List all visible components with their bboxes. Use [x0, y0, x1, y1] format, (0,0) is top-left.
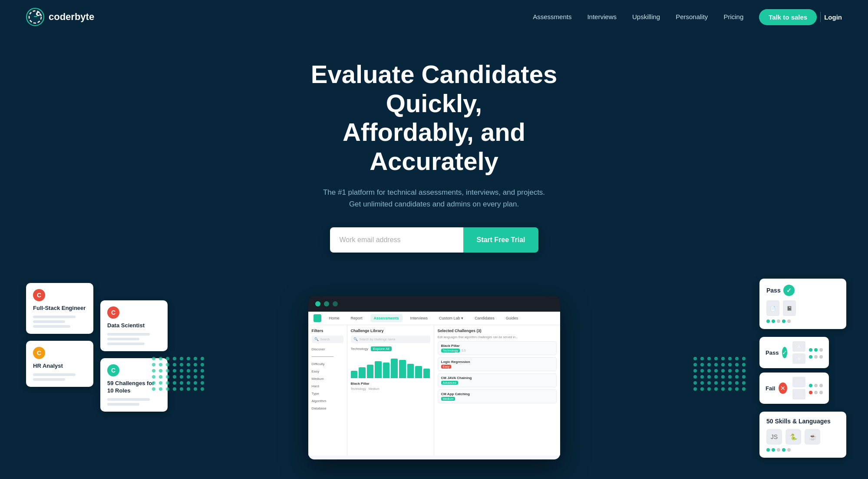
skill-icon-py: 🐍: [785, 429, 801, 445]
mockup-nav-home: Home: [326, 314, 343, 322]
dot: [201, 357, 204, 360]
library-explore-btn[interactable]: Explore All: [371, 346, 392, 351]
dot: [194, 381, 197, 385]
dot: [152, 375, 155, 379]
bar-4: [375, 361, 382, 378]
nav-item-interviews[interactable]: Interviews: [587, 13, 617, 21]
dot: [173, 375, 176, 379]
talk-to-sales-button[interactable]: Talk to sales: [759, 9, 817, 25]
card-line: [107, 398, 150, 401]
email-input[interactable]: [330, 227, 464, 253]
fail-file-2: [792, 389, 805, 399]
dot: [714, 387, 718, 391]
card-data-scientist: C Data Scientist: [100, 300, 168, 351]
login-button[interactable]: Login: [824, 13, 842, 21]
pf-dots-2: [809, 355, 823, 359]
lib-tag-tech: Technology: [351, 387, 366, 390]
dot: [166, 369, 169, 373]
dot: [194, 363, 197, 366]
dot: [707, 357, 711, 360]
filter-item-type: Type: [312, 391, 343, 396]
mockup-selected-col: Selected Challenges (3) Edit languages t…: [434, 325, 560, 456]
dot: [180, 369, 183, 373]
mockup-library-col: Challenge Library 🔍 Search by challenge …: [347, 325, 434, 456]
filter-item-algo: Algorithm: [312, 398, 343, 404]
hero-headline: Evaluate Candidates Quickly, Affordably,…: [282, 60, 586, 176]
ch2-badge: Easy: [441, 365, 452, 369]
mockup-body: Filters 🔍 Search Discover ───────── Diff…: [308, 325, 560, 456]
card-hr-title: HR Analyst: [33, 363, 86, 370]
result-files: 📄 📓: [766, 300, 839, 316]
dot: [194, 375, 197, 379]
fail-icon: ✕: [779, 383, 787, 394]
dot: [742, 387, 746, 391]
mockup-nav-assessments: Assessments: [370, 314, 403, 322]
skill-icon-s: S: [792, 353, 805, 364]
dot: [700, 369, 704, 373]
dot: [201, 363, 204, 366]
dot: [728, 381, 732, 385]
skill-icon-a: A: [792, 341, 805, 352]
library-item-label: Black Pillar: [351, 382, 430, 386]
dot: [707, 363, 711, 366]
dot: [159, 387, 162, 391]
card-pass-detail: Pass ✓ 📄 📓: [759, 279, 846, 329]
dot: [742, 381, 746, 385]
filter-item-db: Database: [312, 406, 343, 411]
filter-item-discover: Discover: [312, 346, 343, 352]
selected-title: Selected Challenges (3): [438, 329, 557, 333]
dot: [187, 375, 190, 379]
card-pass-2: Pass ✓ A S: [759, 337, 829, 368]
bar-1: [351, 371, 358, 378]
dot: [194, 387, 197, 391]
card-icon-green: C: [107, 364, 119, 376]
bar-7: [399, 360, 406, 378]
dashboard-mockup: Home Report Assessments Interviews Custo…: [308, 296, 560, 459]
nav-item-pricing[interactable]: Pricing: [723, 13, 743, 21]
mockup-nav: Home Report Assessments Interviews Custo…: [308, 312, 560, 325]
dot: [187, 357, 190, 360]
dot: [166, 375, 169, 379]
rdot-4: [782, 319, 785, 323]
dot: [152, 381, 155, 385]
challenge-item-4: CM App Catching Medium: [438, 389, 557, 403]
logo[interactable]: coderbyte: [26, 8, 94, 26]
dot: [693, 369, 697, 373]
dot: [693, 381, 697, 385]
rdot-5: [787, 319, 791, 323]
pass-detail-label: Pass ✓: [766, 285, 839, 296]
dot: [700, 375, 704, 379]
nav-divider: [820, 12, 821, 22]
hero-section: Evaluate Candidates Quickly, Affordably,…: [0, 34, 868, 270]
mockup-nav-custom: Custom Lab ▾: [436, 314, 467, 322]
mockup-nav-guides: Guides: [502, 314, 522, 322]
nav-item-personality[interactable]: Personality: [676, 13, 708, 21]
rdot-2: [772, 319, 775, 323]
card-50-skills: 50 Skills & Languages JS 🐍 ☕: [759, 412, 846, 458]
titlebar-dot-2: [324, 301, 329, 306]
nav-item-assessments[interactable]: Assessments: [533, 13, 571, 21]
dot: [721, 369, 725, 373]
dot: [159, 357, 162, 360]
dot: [194, 369, 197, 373]
search-icon-library: 🔍: [353, 337, 358, 341]
dot: [714, 381, 718, 385]
bar-3: [367, 365, 374, 378]
dot: [693, 387, 697, 391]
dot: [728, 387, 732, 391]
mockup-nav-interviews: Interviews: [407, 314, 432, 322]
svg-rect-4: [34, 16, 37, 17]
dot: [735, 375, 739, 379]
skills-icons: JS 🐍 ☕: [766, 429, 839, 445]
dot: [693, 375, 697, 379]
dot: [721, 363, 725, 366]
skill-icon-js: JS: [766, 429, 782, 445]
library-item-meta: Technology Medium: [351, 387, 430, 390]
mockup-nav-report: Report: [347, 314, 366, 322]
dot: [152, 387, 155, 391]
nav-item-upskilling[interactable]: Upskilling: [632, 13, 660, 21]
dot: [693, 363, 697, 366]
start-trial-button[interactable]: Start Free Trial: [463, 227, 538, 253]
library-title: Challenge Library: [351, 329, 430, 333]
library-bar-chart: [351, 354, 430, 380]
